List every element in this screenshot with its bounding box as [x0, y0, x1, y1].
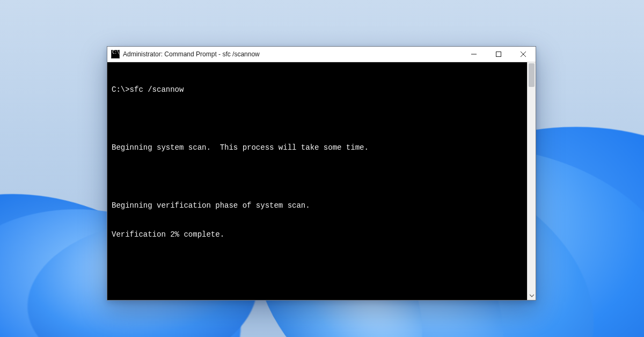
titlebar[interactable]: Administrator: Command Prompt - sfc /sca…	[107, 47, 536, 62]
scrollbar-thumb[interactable]	[529, 63, 535, 87]
window-controls	[462, 47, 536, 62]
terminal-output[interactable]: C:\>sfc /scannow Beginning system scan. …	[107, 62, 527, 300]
terminal-line: Beginning verification phase of system s…	[112, 201, 523, 210]
window-client-area: C:\>sfc /scannow Beginning system scan. …	[107, 62, 536, 300]
cmd-icon	[111, 50, 120, 58]
vertical-scrollbar[interactable]	[527, 62, 536, 300]
terminal-line: Verification 2% complete.	[112, 230, 523, 239]
terminal-line: Beginning system scan. This process will…	[112, 143, 523, 152]
minimize-button[interactable]	[462, 47, 486, 62]
terminal-line	[112, 114, 523, 123]
terminal-line	[112, 172, 523, 181]
scrollbar-down-button[interactable]	[528, 291, 536, 300]
close-button[interactable]	[511, 47, 536, 62]
command-prompt-window: Administrator: Command Prompt - sfc /sca…	[107, 46, 536, 301]
chevron-down-icon	[530, 294, 534, 298]
minimize-icon	[471, 52, 477, 57]
maximize-button[interactable]	[486, 47, 511, 62]
window-title: Administrator: Command Prompt - sfc /sca…	[123, 50, 462, 58]
maximize-icon	[496, 52, 501, 57]
svg-rect-0	[496, 52, 501, 57]
terminal-line: C:\>sfc /scannow	[112, 85, 523, 94]
close-icon	[521, 52, 526, 57]
